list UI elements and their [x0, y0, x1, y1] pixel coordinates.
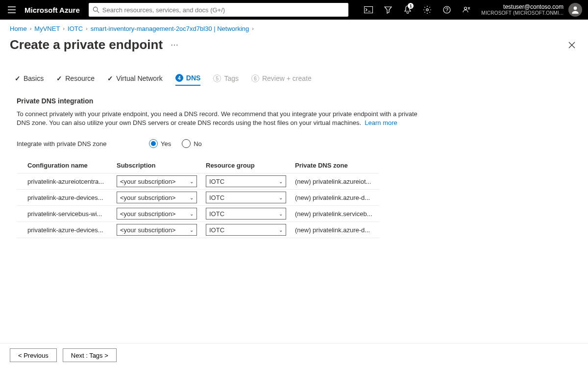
table-header: Configuration name Subscription Resource… — [17, 159, 379, 173]
th-subscription: Subscription — [117, 162, 205, 169]
radio-no[interactable]: No — [182, 139, 202, 148]
cell-zone: (new) privatelink.azure-d... — [295, 226, 383, 234]
breadcrumb: Home › MyVNET › IOTC › smart-inventory-m… — [0, 20, 588, 37]
brand-label: Microsoft Azure — [22, 6, 89, 14]
cell-config: privatelink-azureiotcentra... — [27, 178, 116, 185]
search-input[interactable] — [102, 6, 344, 14]
svg-point-3 — [426, 9, 428, 11]
tab-dns[interactable]: 4DNS — [175, 74, 201, 86]
directory-filter-button[interactable] — [378, 0, 398, 20]
subscription-select[interactable]: <your subscription>⌄ — [117, 192, 197, 203]
chevron-right-icon: › — [86, 25, 88, 31]
page-title: Create a private endpoint — [10, 37, 163, 52]
hamburger-menu[interactable] — [2, 6, 22, 13]
section-heading: Private DNS integration — [17, 97, 419, 105]
tab-tags[interactable]: 5Tags — [213, 74, 239, 86]
resource-group-select[interactable]: IOTC⌄ — [206, 192, 286, 203]
person-icon — [571, 5, 580, 14]
th-zone: Private DNS zone — [295, 162, 383, 169]
account-email: testuser@contoso.com — [481, 3, 564, 10]
th-config: Configuration name — [27, 162, 116, 169]
svg-point-6 — [574, 6, 577, 10]
close-icon — [568, 42, 575, 49]
breadcrumb-myvnet[interactable]: MyVNET — [34, 25, 60, 32]
page-header: Create a private endpoint ⋯ — [0, 37, 588, 54]
chevron-down-icon: ⌄ — [279, 227, 283, 233]
learn-more-link[interactable]: Learn more — [365, 119, 397, 126]
resource-group-select[interactable]: IOTC⌄ — [206, 224, 286, 236]
global-search[interactable] — [89, 3, 348, 17]
chevron-right-icon: › — [63, 25, 65, 31]
help-icon — [443, 6, 451, 14]
account-info[interactable]: testuser@contoso.com MICROSOFT (MICROSOF… — [476, 3, 566, 16]
top-bar: Microsoft Azure 1 testuser@contoso.com M… — [0, 0, 588, 20]
table-row: privatelink-azureiotcentra...<your subsc… — [17, 173, 379, 190]
radio-yes[interactable]: Yes — [149, 139, 171, 148]
breadcrumb-iotc[interactable]: IOTC — [68, 25, 83, 32]
integrate-dns-row: Integrate with private DNS zone Yes No — [17, 139, 419, 148]
avatar[interactable] — [568, 3, 582, 17]
subscription-select[interactable]: <your subscription>⌄ — [117, 224, 197, 236]
close-button[interactable] — [565, 39, 578, 51]
wizard-footer: < Previous Next : Tags > — [0, 343, 588, 367]
cloud-shell-button[interactable] — [359, 0, 378, 20]
account-tenant: MICROSOFT (MICROSOFT.ONMI... — [481, 10, 564, 16]
help-button[interactable] — [437, 0, 457, 20]
subscription-select[interactable]: <your subscription>⌄ — [117, 208, 197, 220]
cell-zone: (new) privatelink.azureiot... — [295, 178, 383, 185]
tab-resource[interactable]: Resource — [56, 74, 95, 86]
th-rg: Resource group — [206, 162, 294, 169]
feedback-button[interactable] — [457, 0, 476, 20]
notifications-button[interactable]: 1 — [398, 0, 417, 20]
dns-config-table: Configuration name Subscription Resource… — [17, 159, 379, 238]
settings-button[interactable] — [417, 0, 437, 20]
dns-section: Private DNS integration To connect priva… — [0, 86, 436, 238]
radio-icon — [149, 139, 158, 148]
more-actions-button[interactable]: ⋯ — [171, 40, 178, 49]
hamburger-icon — [8, 6, 16, 13]
feedback-icon — [463, 6, 470, 14]
topbar-actions: 1 testuser@contoso.com MICROSOFT (MICROS… — [359, 0, 586, 20]
table-row: privatelink-servicebus-wi...<your subscr… — [17, 206, 379, 222]
subscription-select[interactable]: <your subscription>⌄ — [117, 175, 197, 187]
chevron-down-icon: ⌄ — [190, 179, 194, 184]
chevron-down-icon: ⌄ — [190, 195, 194, 200]
section-description: To connect privately with your private e… — [17, 110, 419, 127]
svg-rect-2 — [365, 7, 373, 13]
chevron-down-icon: ⌄ — [190, 227, 194, 233]
search-icon — [93, 6, 99, 13]
chevron-down-icon: ⌄ — [279, 195, 283, 200]
resource-group-select[interactable]: IOTC⌄ — [206, 208, 286, 220]
breadcrumb-home[interactable]: Home — [10, 25, 27, 32]
previous-button[interactable]: < Previous — [10, 348, 57, 362]
cell-config: privatelink-servicebus-wi... — [27, 210, 116, 218]
cell-config: privatelink-azure-devices... — [27, 194, 116, 201]
table-row: privatelink-azure-devices...<your subscr… — [17, 222, 379, 238]
svg-point-5 — [465, 7, 467, 10]
tab-basics[interactable]: Basics — [15, 74, 44, 86]
cloud-shell-icon — [364, 6, 373, 13]
cell-zone: (new) privatelink.serviceb... — [295, 210, 383, 218]
integrate-dns-label: Integrate with private DNS zone — [17, 140, 134, 147]
cell-config: privatelink-azure-devices... — [27, 226, 116, 234]
table-row: privatelink-azure-devices...<your subscr… — [17, 190, 379, 206]
filter-icon — [384, 6, 392, 14]
chevron-down-icon: ⌄ — [190, 211, 194, 217]
chevron-down-icon: ⌄ — [279, 211, 283, 217]
chevron-right-icon: › — [30, 25, 32, 31]
radio-icon — [182, 139, 191, 148]
chevron-down-icon: ⌄ — [279, 179, 283, 184]
tab-virtual-network[interactable]: Virtual Network — [107, 74, 163, 86]
resource-group-select[interactable]: IOTC⌄ — [206, 175, 286, 187]
svg-line-1 — [97, 11, 99, 13]
tab-review-create[interactable]: 6Review + create — [251, 74, 312, 86]
cell-zone: (new) privatelink.azure-d... — [295, 194, 383, 201]
wizard-tabs: Basics Resource Virtual Network 4DNS 5Ta… — [0, 54, 588, 86]
gear-icon — [423, 6, 431, 14]
next-button[interactable]: Next : Tags > — [63, 348, 117, 362]
notification-badge: 1 — [408, 3, 414, 9]
chevron-right-icon: › — [252, 25, 254, 31]
breadcrumb-networking[interactable]: smart-inventory-management-2oc7xd7bl30 |… — [91, 25, 249, 32]
svg-point-0 — [93, 7, 98, 11]
